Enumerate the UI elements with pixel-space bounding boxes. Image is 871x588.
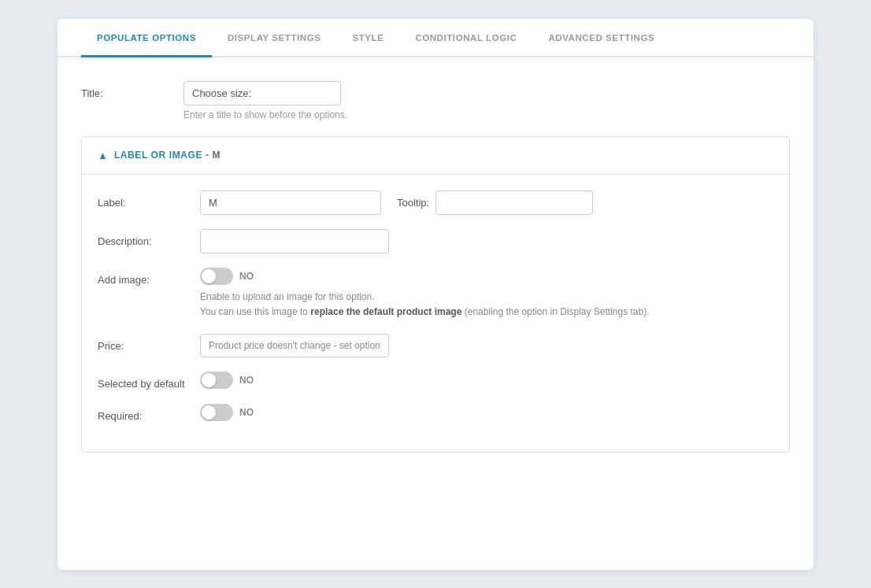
section-card: ▲ LABEL OR IMAGE - M Label: Tooltip: bbox=[81, 136, 790, 453]
label-tooltip-row: Label: Tooltip: bbox=[98, 190, 773, 215]
section-title-suffix: - M bbox=[202, 150, 221, 161]
description-row: Description: bbox=[98, 229, 773, 253]
section-title-prefix: LABEL OR IMAGE bbox=[114, 150, 202, 161]
required-toggle-wrapper: NO bbox=[200, 404, 254, 421]
add-image-label: Add image: bbox=[98, 268, 200, 286]
price-label: Price: bbox=[98, 334, 200, 352]
add-image-row: Add image: NO Enable to upload an image … bbox=[98, 268, 773, 320]
title-input[interactable] bbox=[183, 81, 341, 105]
tab-display-settings[interactable]: DISPLAY SETTINGS bbox=[212, 19, 336, 57]
section-title: LABEL OR IMAGE - M bbox=[114, 150, 221, 161]
title-control: Enter a title to show before the options… bbox=[183, 81, 790, 120]
price-input[interactable] bbox=[200, 334, 389, 357]
add-image-toggle[interactable] bbox=[200, 268, 233, 285]
main-card: POPULATE OPTIONS DISPLAY SETTINGS STYLE … bbox=[57, 19, 814, 570]
tabs-bar: POPULATE OPTIONS DISPLAY SETTINGS STYLE … bbox=[57, 19, 814, 57]
image-help-line1: Enable to upload an image for this optio… bbox=[200, 291, 374, 302]
tooltip-group: Tooltip: bbox=[397, 190, 593, 215]
selected-by-default-toggle-wrapper: NO bbox=[200, 372, 254, 389]
price-row: Price: bbox=[98, 334, 773, 357]
section-header: ▲ LABEL OR IMAGE - M bbox=[82, 137, 789, 175]
title-hint: Enter a title to show before the options… bbox=[183, 109, 790, 120]
price-control bbox=[200, 334, 773, 357]
description-control bbox=[200, 229, 773, 253]
toggle-knob-selected bbox=[202, 373, 216, 387]
label-field-label: Label: bbox=[98, 190, 200, 209]
selected-by-default-control: NO bbox=[200, 372, 773, 389]
required-row: Required: NO bbox=[98, 404, 773, 422]
title-label: Title: bbox=[81, 81, 183, 99]
section-chevron-icon[interactable]: ▲ bbox=[98, 150, 108, 161]
selected-by-default-toggle-text: NO bbox=[239, 375, 254, 386]
required-toggle-text: NO bbox=[239, 407, 254, 418]
label-tooltip-controls: Tooltip: bbox=[200, 190, 773, 215]
tab-populate-options[interactable]: POPULATE OPTIONS bbox=[81, 19, 212, 57]
add-image-toggle-wrapper: NO bbox=[200, 268, 773, 285]
image-help-line2-pre: You can use this image to bbox=[200, 306, 310, 317]
add-image-help: Enable to upload an image for this optio… bbox=[200, 290, 773, 320]
add-image-control: NO Enable to upload an image for this op… bbox=[200, 268, 773, 320]
description-input[interactable] bbox=[200, 229, 389, 253]
required-control: NO bbox=[200, 404, 773, 421]
selected-by-default-row: Selected by default NO bbox=[98, 372, 773, 390]
image-help-bold: replace the default product image bbox=[310, 306, 461, 317]
tooltip-input[interactable] bbox=[436, 190, 593, 215]
label-input[interactable] bbox=[200, 190, 381, 215]
description-label: Description: bbox=[98, 229, 200, 247]
required-toggle[interactable] bbox=[200, 404, 233, 421]
image-help-line2-post: (enabling the option in Display Settings… bbox=[461, 306, 649, 317]
selected-by-default-toggle[interactable] bbox=[200, 372, 233, 389]
tab-style[interactable]: STYLE bbox=[336, 19, 399, 57]
required-label: Required: bbox=[98, 404, 200, 422]
toggle-knob bbox=[202, 269, 216, 283]
tab-advanced-settings[interactable]: ADVANCED SETTINGS bbox=[532, 19, 670, 57]
tab-conditional-logic[interactable]: CONDITIONAL LOGIC bbox=[399, 19, 532, 57]
tab-content: Title: Enter a title to show before the … bbox=[57, 57, 814, 468]
toggle-knob-required bbox=[202, 405, 216, 420]
tooltip-label: Tooltip: bbox=[397, 197, 429, 209]
section-body: Label: Tooltip: Description: bbox=[82, 179, 789, 422]
selected-by-default-label: Selected by default bbox=[98, 372, 200, 390]
title-field-row: Title: Enter a title to show before the … bbox=[81, 81, 790, 120]
add-image-toggle-text: NO bbox=[239, 271, 254, 282]
